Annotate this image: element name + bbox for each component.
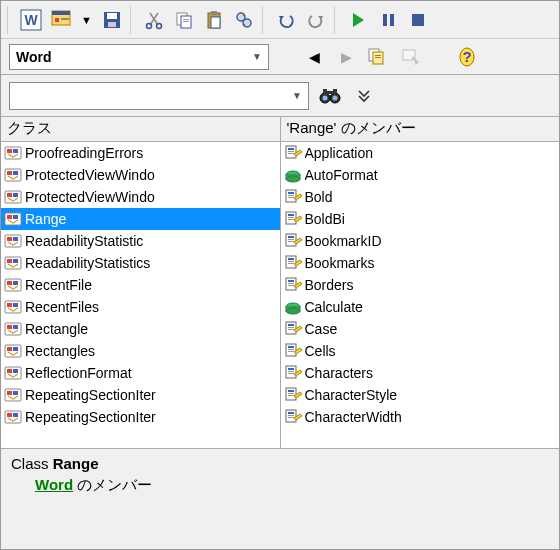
class-icon <box>3 144 23 162</box>
property-icon <box>283 188 303 206</box>
copy-button[interactable] <box>170 6 198 34</box>
class-label: Rectangles <box>25 343 278 359</box>
find-button[interactable] <box>230 6 258 34</box>
members-header: 'Range' のメンバー <box>281 117 560 142</box>
class-item[interactable]: RecentFile <box>1 274 280 296</box>
class-label: ProofreadingErrors <box>25 145 278 161</box>
search-combo[interactable]: ▼ <box>9 82 309 110</box>
member-label: BoldBi <box>305 211 558 227</box>
word-app-button[interactable]: W <box>17 6 45 34</box>
class-icon <box>3 320 23 338</box>
detail-parent-link[interactable]: Word <box>35 476 73 493</box>
class-item[interactable]: ProtectedViewWindo <box>1 164 280 186</box>
class-icon <box>3 166 23 184</box>
nav-forward-button[interactable]: ▶ <box>333 44 359 70</box>
property-icon <box>283 320 303 338</box>
member-item[interactable]: Calculate <box>281 296 560 318</box>
member-label: Borders <box>305 277 558 293</box>
method-icon <box>283 166 303 184</box>
pause-button[interactable] <box>374 6 402 34</box>
svg-rect-46 <box>327 91 333 94</box>
class-item[interactable]: ReflectionFormat <box>1 362 280 384</box>
class-label: RepeatingSectionIter <box>25 387 278 403</box>
class-label: ReadabilityStatistic <box>25 233 278 249</box>
class-item[interactable]: Rectangle <box>1 318 280 340</box>
classes-panel: クラス ProofreadingErrorsProtectedViewWindo… <box>1 117 281 448</box>
class-item[interactable]: Range <box>1 208 280 230</box>
members-list[interactable]: ApplicationAutoFormatBoldBoldBiBookmarkI… <box>281 142 560 448</box>
browser-panels: クラス ProofreadingErrorsProtectedViewWindo… <box>1 117 559 449</box>
svg-rect-13 <box>52 11 70 15</box>
chevron-down-icon: ▼ <box>252 51 262 62</box>
member-item[interactable]: Borders <box>281 274 560 296</box>
expand-search-icon[interactable] <box>351 83 377 109</box>
help-button[interactable]: ? <box>455 44 481 70</box>
detail-pane: Class Range Word のメンバー <box>1 449 559 501</box>
class-item[interactable]: ProofreadingErrors <box>1 142 280 164</box>
member-label: Bookmarks <box>305 255 558 271</box>
toolbar-grip <box>7 6 13 34</box>
class-label: RecentFiles <box>25 299 278 315</box>
class-icon <box>3 210 23 228</box>
redo-button[interactable] <box>302 6 330 34</box>
members-panel: 'Range' のメンバー ApplicationAutoFormatBoldB… <box>281 117 560 448</box>
chevron-down-icon: ▼ <box>292 90 302 101</box>
class-item[interactable]: RepeatingSectionIter <box>1 406 280 428</box>
form-button[interactable] <box>47 6 75 34</box>
save-button[interactable] <box>98 6 126 34</box>
view-def-button[interactable] <box>397 44 423 70</box>
copy-details-button[interactable] <box>365 44 391 70</box>
classes-list[interactable]: ProofreadingErrorsProtectedViewWindoProt… <box>1 142 280 448</box>
member-item[interactable]: Application <box>281 142 560 164</box>
cut-button[interactable] <box>140 6 168 34</box>
paste-button[interactable] <box>200 6 228 34</box>
class-item[interactable]: ProtectedViewWindo <box>1 186 280 208</box>
class-label: RecentFile <box>25 277 278 293</box>
toolbar-divider <box>262 6 268 34</box>
member-item[interactable]: BookmarkID <box>281 230 560 252</box>
binoculars-icon[interactable] <box>317 83 343 109</box>
class-icon <box>3 232 23 250</box>
run-button[interactable] <box>344 6 372 34</box>
member-item[interactable]: CharacterStyle <box>281 384 560 406</box>
class-label: Range <box>25 211 278 227</box>
class-icon <box>3 342 23 360</box>
class-item[interactable]: ReadabilityStatistic <box>1 230 280 252</box>
class-label: ProtectedViewWindo <box>25 167 278 183</box>
svg-rect-14 <box>55 18 59 22</box>
property-icon <box>283 342 303 360</box>
toolbar-top: W ▼ <box>1 1 559 39</box>
toolbar-divider <box>334 6 340 34</box>
property-icon <box>283 364 303 382</box>
library-selected: Word <box>16 49 52 65</box>
member-item[interactable]: Case <box>281 318 560 340</box>
property-icon <box>283 210 303 228</box>
class-item[interactable]: Rectangles <box>1 340 280 362</box>
member-item[interactable]: AutoFormat <box>281 164 560 186</box>
member-item[interactable]: Characters <box>281 362 560 384</box>
class-item[interactable]: RepeatingSectionIter <box>1 384 280 406</box>
stop-button[interactable] <box>404 6 432 34</box>
member-item[interactable]: Bookmarks <box>281 252 560 274</box>
detail-class-name: Range <box>53 455 99 472</box>
dropdown-arrow[interactable]: ▼ <box>77 14 96 26</box>
class-icon <box>3 386 23 404</box>
property-icon <box>283 386 303 404</box>
member-label: AutoFormat <box>305 167 558 183</box>
undo-button[interactable] <box>272 6 300 34</box>
class-item[interactable]: ReadabilityStatistics <box>1 252 280 274</box>
member-item[interactable]: Cells <box>281 340 560 362</box>
svg-rect-15 <box>61 18 69 20</box>
member-label: Bold <box>305 189 558 205</box>
class-icon <box>3 364 23 382</box>
member-item[interactable]: CharacterWidth <box>281 406 560 428</box>
nav-back-button[interactable]: ◀ <box>301 44 327 70</box>
member-item[interactable]: Bold <box>281 186 560 208</box>
library-combo[interactable]: Word ▼ <box>9 44 269 70</box>
class-item[interactable]: RecentFiles <box>1 296 280 318</box>
class-icon <box>3 276 23 294</box>
svg-rect-30 <box>383 14 387 26</box>
method-icon <box>283 298 303 316</box>
detail-class-label: Class <box>11 455 49 472</box>
member-item[interactable]: BoldBi <box>281 208 560 230</box>
